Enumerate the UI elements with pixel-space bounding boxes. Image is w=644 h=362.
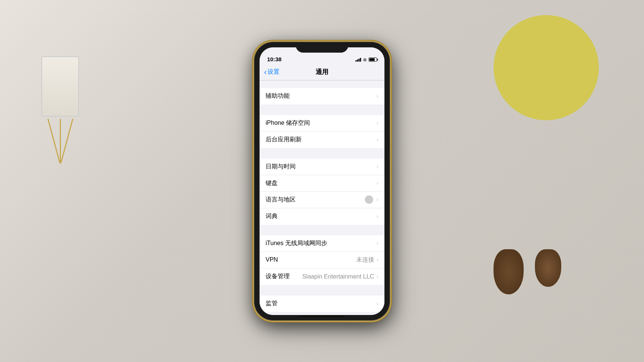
signal-icon [355,58,361,62]
section-supervision: 监管 › [260,295,384,312]
chevron-right-icon: › [377,93,378,100]
row-accessibility[interactable]: 辅助功能 › [260,88,384,105]
chevron-right-icon-9: › [377,256,378,263]
row-label-accessibility: 辅助功能 [266,92,377,100]
section-storage-background: iPhone 储存空间 › 后台应用刷新 › [260,115,384,148]
row-label-iphone-storage: iPhone 储存空间 [266,119,377,127]
row-datetime[interactable]: 日期与时间 › [260,159,384,175]
row-label-datetime: 日期与时间 [266,163,377,171]
chevron-right-icon-3: › [377,136,378,143]
row-iphone-storage[interactable]: iPhone 储存空间 › [260,115,384,132]
row-background-refresh[interactable]: 后台应用刷新 › [260,132,384,148]
phone-body: 10:38 ⊛ ‹ 设置 [254,42,390,320]
row-supervision[interactable]: 监管 › [260,295,384,312]
decorative-pinecone-2 [535,249,561,287]
section-spacer-top [260,80,384,88]
row-dictionary[interactable]: 词典 › [260,208,384,225]
row-label-dictionary: 词典 [266,212,377,220]
nav-title: 通用 [316,68,328,76]
row-vpn[interactable]: VPN 未连接 › [260,252,384,268]
row-value-device-management: Slaapin Entertainment LLC [302,273,374,280]
wifi-icon: ⊛ [363,57,367,62]
section-spacer-1 [260,108,384,115]
chevron-right-icon-4: › [377,163,378,170]
row-keyboard[interactable]: 键盘 › [260,175,384,192]
row-device-management[interactable]: 设备管理 Slaapin Entertainment LLC › [260,268,384,285]
phone-device: 10:38 ⊛ ‹ 设置 [254,42,390,320]
battery-icon [369,58,377,62]
chevron-right-icon-6: › [377,196,378,203]
row-label-vpn: VPN [266,256,356,263]
phone-notch [296,42,348,53]
status-time: 10:38 [267,56,281,62]
chevron-right-icon-2: › [377,120,378,126]
status-icons: ⊛ [355,57,377,62]
section-itunes-vpn: iTunes 无线局域网同步 › VPN 未连接 › 设备管理 Slaapin … [260,235,384,285]
decorative-lamp [30,56,90,169]
row-label-itunes-sync: iTunes 无线局域网同步 [266,239,377,247]
row-label-supervision: 监管 [266,300,377,307]
section-datetime-lang: 日期与时间 › 键盘 › 语言与地区 › [260,159,384,225]
chevron-right-icon-7: › [377,213,378,220]
section-spacer-3 [260,228,384,235]
back-button[interactable]: ‹ 设置 [264,68,279,76]
home-indicator [299,315,345,317]
navigation-bar: ‹ 设置 通用 [260,64,384,80]
row-label-background-refresh: 后台应用刷新 [266,136,377,144]
section-spacer-2 [260,151,384,159]
row-label-keyboard: 键盘 [266,179,377,187]
section-spacer-4 [260,288,384,295]
decorative-pinecone-1 [494,249,524,294]
loading-spinner [365,195,373,204]
row-itunes-sync[interactable]: iTunes 无线局域网同步 › [260,235,384,252]
chevron-right-icon-10: › [377,273,378,280]
settings-list[interactable]: 辅助功能 › iPhone 储存空间 › 后台应用刷新 › [260,80,384,315]
row-label-device-management: 设备管理 [266,273,302,280]
row-language-region[interactable]: 语言与地区 › [260,192,384,208]
chevron-right-icon-11: › [377,300,378,307]
back-label: 设置 [267,68,279,76]
chevron-right-icon-5: › [377,180,378,186]
phone-screen: 10:38 ⊛ ‹ 设置 [260,47,384,315]
section-accessibility: 辅助功能 › [260,88,384,105]
row-value-vpn: 未连接 [356,256,374,264]
row-label-language-region: 语言与地区 [266,196,377,204]
chevron-left-icon: ‹ [264,68,267,76]
chevron-right-icon-8: › [377,240,378,247]
decorative-circle [494,15,599,120]
